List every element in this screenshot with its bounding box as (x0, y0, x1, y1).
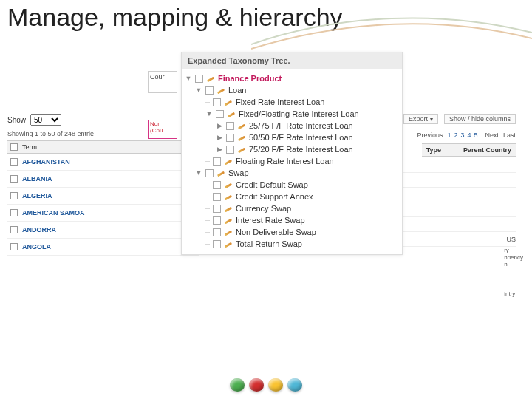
pager-page[interactable]: 5 (474, 132, 477, 139)
header-checkbox[interactable] (10, 143, 18, 151)
node-checkbox[interactable] (213, 193, 221, 201)
header-parent-country: Parent Country (463, 146, 511, 154)
background-country-table: Show 50 Showing 1 to 50 of 248 entrie Te… (7, 114, 200, 256)
pager-page[interactable]: 3 (460, 132, 464, 139)
node-label: Floating Rate Interest Loan (236, 157, 334, 166)
node-checkbox[interactable] (226, 146, 234, 154)
pager-previous[interactable]: Previous (417, 132, 443, 139)
tree-node[interactable]: ▼Loan (185, 84, 399, 96)
tree-leaf-dash: ┄ (205, 157, 210, 166)
node-checkbox[interactable] (226, 134, 234, 142)
tree-node[interactable]: ┄Total Return Swap (185, 238, 399, 250)
table-row[interactable]: AMERICAN SAMOA (7, 205, 200, 222)
pagination: Previous 12345 Next Last (417, 132, 516, 139)
tree-node[interactable]: ┄Credit Default Swap (185, 179, 399, 191)
show-hide-columns-button[interactable]: Show / hide columns (444, 114, 516, 124)
table-row[interactable]: ANGOLA (7, 239, 200, 256)
pager-last[interactable]: Last (503, 132, 516, 139)
footer-blobs (230, 378, 302, 392)
toggle-icon[interactable]: ▶ (216, 122, 223, 129)
table-row[interactable]: ALGERIA (7, 188, 200, 205)
node-checkbox[interactable] (205, 169, 214, 177)
pencil-icon[interactable] (227, 109, 236, 118)
tree-node[interactable]: ┄Currency Swap (185, 202, 399, 214)
row-checkbox[interactable] (10, 209, 18, 216)
pager-page[interactable]: 2 (454, 132, 457, 139)
column-fragment-cour: Cour (148, 71, 177, 93)
text-fragments: ry ndency n intry (504, 247, 523, 297)
node-checkbox[interactable] (213, 181, 221, 189)
pencil-icon[interactable] (237, 145, 246, 154)
toggle-icon[interactable]: ▼ (195, 86, 202, 94)
row-checkbox[interactable] (10, 226, 18, 233)
toggle-icon[interactable]: ▼ (195, 169, 202, 177)
tree-root-node[interactable]: ▼ Finance Product (185, 72, 399, 84)
node-label: Interest Rate Swap (236, 216, 305, 225)
parent-country-cell: US (506, 236, 516, 243)
tree-leaf-dash: ┄ (205, 216, 210, 225)
pencil-icon[interactable] (224, 216, 233, 225)
pencil-icon[interactable] (224, 192, 233, 201)
node-checkbox[interactable] (213, 216, 221, 225)
right-table-header: Type Parent Country (422, 143, 516, 157)
node-checkbox[interactable] (213, 240, 221, 248)
show-label: Show (7, 116, 26, 124)
tree-node[interactable]: ┄Interest Rate Swap (185, 214, 399, 226)
collapse-icon[interactable]: ▼ (185, 75, 192, 82)
row-checkbox[interactable] (10, 158, 18, 166)
pencil-icon[interactable] (224, 228, 233, 236)
node-checkbox[interactable] (213, 157, 221, 166)
export-button[interactable]: Export▾ (403, 114, 438, 124)
row-checkbox[interactable] (10, 192, 18, 200)
pager-next[interactable]: Next (485, 132, 499, 139)
node-label: 25/75 F/F Rate Interest Loan (249, 121, 353, 130)
pencil-icon[interactable] (224, 180, 233, 189)
pencil-icon[interactable] (224, 204, 233, 213)
toggle-icon[interactable]: ▶ (216, 146, 223, 153)
pencil-icon[interactable] (224, 157, 233, 166)
tree-leaf-dash: ┄ (205, 205, 210, 213)
table-row[interactable]: ANDORRA (7, 222, 200, 239)
tree-node[interactable]: ▼Swap (185, 167, 399, 179)
row-checkbox[interactable] (10, 175, 18, 183)
table-row[interactable]: AFGHANISTAN (7, 154, 200, 171)
pencil-icon[interactable] (206, 74, 215, 83)
pencil-icon[interactable] (216, 86, 225, 95)
tree-node[interactable]: ┄Non Deliverable Swap (185, 226, 399, 238)
term-cell: ANGOLA (22, 243, 51, 250)
tree-body: ▼ Finance Product ▼Loan┄Fixed Rate Inter… (182, 69, 402, 254)
pager-page[interactable]: 1 (447, 132, 451, 139)
header-type: Type (426, 146, 441, 154)
node-checkbox[interactable] (216, 110, 224, 118)
node-checkbox[interactable] (213, 228, 221, 236)
row-checkbox[interactable] (10, 243, 18, 250)
node-label: Swap (228, 168, 249, 177)
pencil-icon[interactable] (224, 98, 233, 106)
pager-page[interactable]: 4 (467, 132, 471, 139)
node-label: Credit Support Annex (236, 192, 313, 201)
tree-leaf-dash: ┄ (205, 98, 210, 106)
pencil-icon[interactable] (237, 121, 246, 130)
tree-node[interactable]: ▶25/75 F/F Rate Interest Loan (185, 120, 399, 132)
node-checkbox[interactable] (226, 122, 234, 130)
node-checkbox[interactable] (213, 205, 221, 213)
tree-node[interactable]: ▶75/20 F/F Rate Interest Loan (185, 143, 399, 155)
pencil-icon[interactable] (216, 168, 225, 177)
node-checkbox[interactable] (213, 98, 221, 106)
tree-node[interactable]: ┄Credit Support Annex (185, 191, 399, 202)
tree-node[interactable]: ┄Fixed Rate Interest Loan (185, 96, 399, 108)
pencil-icon[interactable] (224, 239, 233, 248)
table-row[interactable]: ALBANIA (7, 171, 200, 188)
node-checkbox[interactable] (195, 75, 203, 83)
tree-heading: Expanded Taxonomy Tree. (182, 52, 402, 69)
node-label: Finance Product (218, 74, 282, 83)
node-checkbox[interactable] (205, 86, 214, 95)
tree-node[interactable]: ▶50/50 F/F Rate Interest Loan (185, 132, 399, 143)
toggle-icon[interactable]: ▼ (205, 110, 213, 117)
pencil-icon[interactable] (237, 133, 246, 142)
show-select[interactable]: 50 (30, 114, 61, 126)
tree-node[interactable]: ▼Fixed/Floating Rate Interest Loan (185, 108, 399, 120)
tree-node[interactable]: ┄Floating Rate Interest Loan (185, 155, 399, 167)
toggle-icon[interactable]: ▶ (216, 134, 223, 141)
tree-leaf-dash: ┄ (205, 240, 210, 248)
